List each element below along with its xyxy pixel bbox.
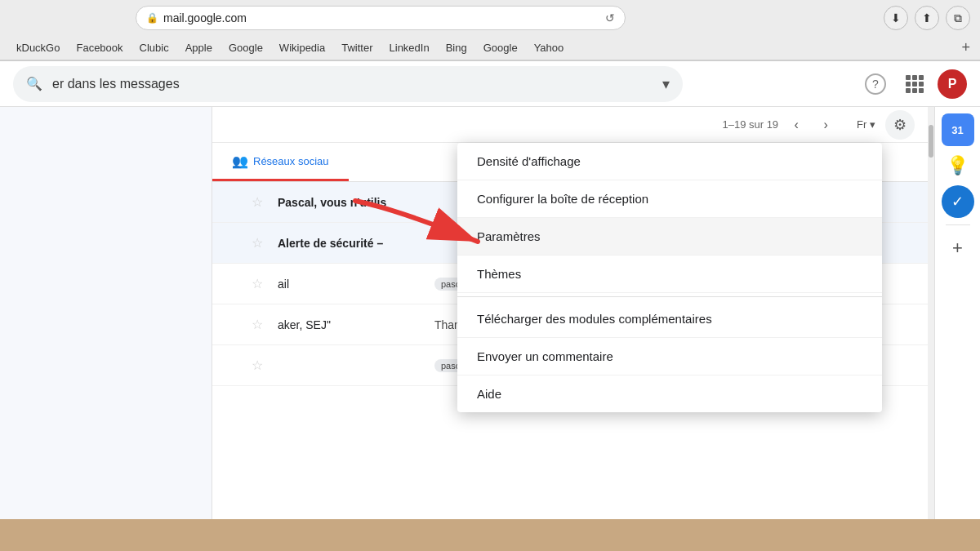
bookmark-google2[interactable]: Google xyxy=(477,40,524,56)
bookmark-twitter[interactable]: Twitter xyxy=(335,40,379,56)
email-list: 1–19 sur 19 ‹ › Fr ▾ ⚙ 👥 Réseaux sociau xyxy=(212,107,928,519)
gmail-main: 1–19 sur 19 ‹ › Fr ▾ ⚙ 👥 Réseaux sociau xyxy=(0,107,980,519)
gmail-toolbar-actions: ? P xyxy=(859,68,967,100)
help-btn[interactable]: ? xyxy=(859,68,892,100)
email-star[interactable]: ☆ xyxy=(252,194,268,210)
calendar-icon: 31 xyxy=(951,124,963,136)
add-tab-btn[interactable]: + xyxy=(961,39,970,56)
menu-divider xyxy=(457,296,882,297)
gmail-content: 🔍 er dans les messages ▾ ? xyxy=(0,61,980,519)
scrollbar-thumb[interactable] xyxy=(929,125,933,158)
tasks-icon-btn[interactable]: ✓ xyxy=(942,185,974,218)
add-icon: + xyxy=(952,238,963,259)
sidebar-divider xyxy=(946,224,970,225)
download-btn[interactable]: ⬇ xyxy=(884,6,908,30)
search-text: er dans les messages xyxy=(52,77,653,91)
menu-item-feedback[interactable]: Envoyer un commentaire xyxy=(457,338,882,375)
browser-actions: ⬇ ⬆ ⧉ xyxy=(884,6,970,30)
window-btn[interactable]: ⧉ xyxy=(946,6,970,30)
right-sidebar: 31 💡 ✓ + xyxy=(934,107,980,519)
email-star[interactable]: ☆ xyxy=(252,358,268,373)
share-btn[interactable]: ⬆ xyxy=(915,6,939,30)
menu-item-configure-inbox[interactable]: Configurer la boîte de réception xyxy=(457,180,882,218)
apps-grid-icon xyxy=(906,75,924,93)
bookmark-linkedin[interactable]: LinkedIn xyxy=(383,40,436,56)
bookmark-clubic[interactable]: Clubic xyxy=(133,40,176,56)
keep-icon-btn[interactable]: 💡 xyxy=(942,149,974,182)
email-star[interactable]: ☆ xyxy=(252,317,268,332)
reload-icon[interactable]: ↺ xyxy=(605,11,615,24)
add-app-btn[interactable]: + xyxy=(942,232,974,264)
fr-view-btn[interactable]: Fr ▾ xyxy=(850,115,882,134)
next-page-btn[interactable]: › xyxy=(814,113,837,136)
bookmark-yahoo[interactable]: Yahoo xyxy=(528,40,571,56)
bookmarks-bar: kDuckGo Facebook Clubic Apple Google Wik… xyxy=(0,36,980,60)
bookmark-duckduckgo[interactable]: kDuckGo xyxy=(10,40,66,56)
email-sender: aker, SEJ" xyxy=(278,318,425,331)
gmail-sidebar xyxy=(0,107,212,519)
gmail-search-bar[interactable]: 🔍 er dans les messages ▾ xyxy=(13,66,683,102)
settings-dropdown-menu: Densité d'affichage Configurer la boîte … xyxy=(457,143,882,412)
lock-icon: 🔒 xyxy=(146,12,158,24)
email-list-scrollbar[interactable] xyxy=(928,107,934,519)
gear-icon: ⚙ xyxy=(893,116,906,134)
address-field[interactable]: 🔒 mail.google.com ↺ xyxy=(136,6,626,30)
gmail-toolbar: 🔍 er dans les messages ▾ ? xyxy=(0,61,980,107)
email-sender: Alerte de sécurité – xyxy=(278,237,425,250)
bookmark-bing[interactable]: Bing xyxy=(439,40,474,56)
view-options: Fr ▾ ⚙ xyxy=(850,110,915,140)
email-star[interactable]: ☆ xyxy=(252,276,268,291)
settings-gear-btn[interactable]: ⚙ xyxy=(885,110,915,140)
address-bar-row: 🔒 mail.google.com ↺ ⬇ ⬆ ⧉ xyxy=(0,0,980,36)
help-icon: ? xyxy=(865,73,886,95)
bookmark-google1[interactable]: Google xyxy=(222,40,270,56)
calendar-icon-btn[interactable]: 31 xyxy=(942,113,974,146)
pagination-info: 1–19 sur 19 ‹ › xyxy=(722,113,837,136)
menu-item-display-density[interactable]: Densité d'affichage xyxy=(457,143,882,180)
email-star[interactable]: ☆ xyxy=(252,235,268,251)
menu-item-themes[interactable]: Thèmes xyxy=(457,256,882,293)
search-icon: 🔍 xyxy=(26,76,42,91)
keep-icon: 💡 xyxy=(947,155,969,176)
menu-item-addons[interactable]: Télécharger des modules complémentaires xyxy=(457,300,882,338)
social-tab-label: Réseaux sociau xyxy=(253,155,329,167)
bookmark-wikipedia[interactable]: Wikipedia xyxy=(273,40,332,56)
browser-chrome: 🔒 mail.google.com ↺ ⬇ ⬆ ⧉ kDuckGo Facebo… xyxy=(0,0,980,61)
bookmark-apple[interactable]: Apple xyxy=(179,40,219,56)
social-tab-icon: 👥 xyxy=(232,153,248,169)
pagination-text: 1–19 sur 19 xyxy=(722,118,778,131)
account-avatar-btn[interactable]: P xyxy=(938,69,967,99)
email-list-toolbar: 1–19 sur 19 ‹ › Fr ▾ ⚙ xyxy=(212,107,928,143)
email-sender: Pascal, vous n'utilis xyxy=(278,196,425,209)
tasks-icon: ✓ xyxy=(951,193,964,211)
menu-item-settings[interactable]: Paramètres xyxy=(457,218,882,256)
apps-btn[interactable] xyxy=(898,68,931,100)
email-sender: ail xyxy=(278,278,425,291)
address-text: mail.google.com xyxy=(163,11,600,24)
prev-page-btn[interactable]: ‹ xyxy=(785,113,808,136)
bookmark-facebook[interactable]: Facebook xyxy=(69,40,129,56)
menu-item-help[interactable]: Aide xyxy=(457,375,882,412)
search-dropdown-arrow[interactable]: ▾ xyxy=(662,75,670,93)
tab-social[interactable]: 👥 Réseaux sociau xyxy=(212,143,349,181)
